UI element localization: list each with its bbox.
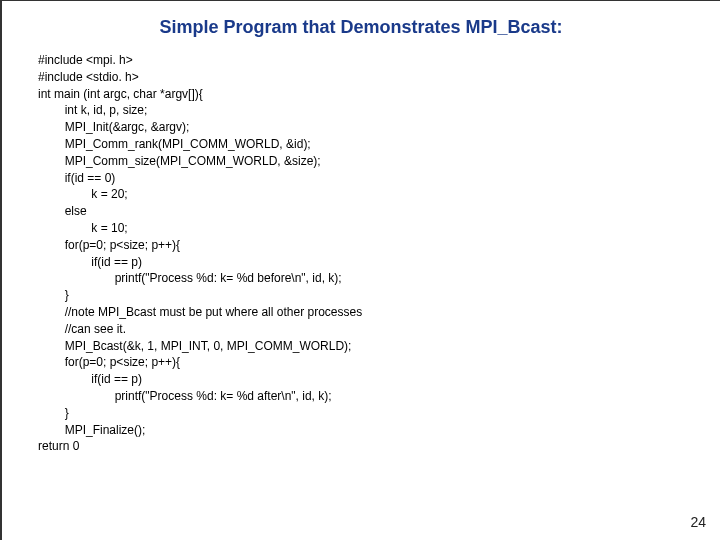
slide: Simple Program that Demonstrates MPI_Bca… — [0, 0, 720, 540]
code-block: #include <mpi. h> #include <stdio. h> in… — [38, 52, 720, 455]
page-number: 24 — [690, 514, 706, 530]
slide-title: Simple Program that Demonstrates MPI_Bca… — [2, 17, 720, 38]
